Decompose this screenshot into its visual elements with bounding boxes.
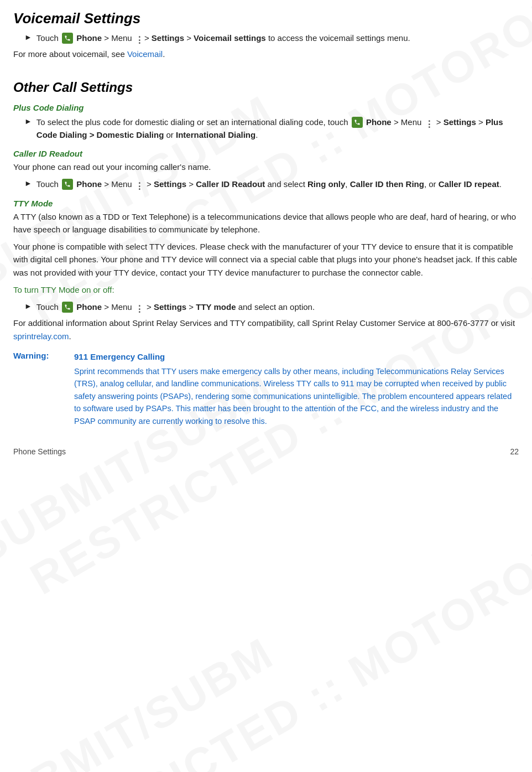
warning-content: 911 Emergency Calling Sprint recommends … <box>74 350 519 428</box>
bullet-arrow: ► <box>24 33 32 42</box>
page-content: Voicemail Settings ► Touch Phone > Menu … <box>13 10 519 456</box>
warning-title: 911 Emergency Calling <box>74 350 519 363</box>
other-call-settings-title: Other Call Settings <box>13 80 519 95</box>
plus-code-subtitle: Plus Code Dialing <box>13 103 519 112</box>
tty-additional-info: For additional information about Sprint … <box>13 317 519 343</box>
tty-mode-subtitle: TTY Mode <box>13 199 519 208</box>
warning-label: Warning: <box>13 350 74 360</box>
menu-icon-3 <box>135 180 144 189</box>
tty-description-1: A TTY (also known as a TDD or Text Telep… <box>13 210 519 236</box>
menu-icon-4 <box>135 303 144 312</box>
bullet-arrow-4: ► <box>24 302 32 310</box>
voicemail-more-info: For more about voicemail, see Voicemail. <box>13 48 519 60</box>
sprintrelay-link[interactable]: sprintrelay.com <box>13 331 69 341</box>
page-footer: Phone Settings 22 <box>13 444 519 456</box>
voicemail-settings-title: Voicemail Settings <box>13 10 519 27</box>
tty-description-2: Your phone is compatible with select TTY… <box>13 240 519 279</box>
voicemail-link[interactable]: Voicemail <box>127 49 163 59</box>
tty-bullet: ► Touch Phone > Menu > Settings > TTY mo… <box>24 300 519 313</box>
caller-id-instruction: Touch Phone > Menu > Settings > Caller I… <box>36 178 519 190</box>
caller-id-subtitle: Caller ID Readout <box>13 149 519 158</box>
caller-id-bullet: ► Touch Phone > Menu > Settings > Caller… <box>24 178 519 190</box>
voicemail-instruction: Touch Phone > Menu > Settings > Voicemai… <box>36 32 519 44</box>
warning-body: Sprint recommends that TTY users make em… <box>74 365 519 427</box>
plus-code-instruction: To select the plus code for domestic dia… <box>36 116 519 142</box>
plus-code-bullet: ► To select the plus code for domestic d… <box>24 116 519 142</box>
phone-icon-3 <box>62 179 73 190</box>
caller-id-description: Your phone can read out your incoming ca… <box>13 160 519 173</box>
tty-turn-on-label: To turn TTY Mode on or off: <box>13 283 519 296</box>
phone-icon-4 <box>62 302 73 313</box>
bullet-arrow-3: ► <box>24 179 32 188</box>
warning-section: Warning: 911 Emergency Calling Sprint re… <box>13 350 519 428</box>
menu-icon-2 <box>425 118 434 127</box>
phone-icon-2 <box>352 117 363 128</box>
tty-instruction: Touch Phone > Menu > Settings > TTY mode… <box>36 300 519 313</box>
footer-left: Phone Settings <box>13 447 66 456</box>
footer-right: 22 <box>510 447 519 456</box>
menu-icon <box>135 34 144 43</box>
phone-icon <box>62 33 73 44</box>
voicemail-bullet-1: ► Touch Phone > Menu > Settings > Voicem… <box>24 32 519 44</box>
bullet-arrow-2: ► <box>24 117 32 126</box>
